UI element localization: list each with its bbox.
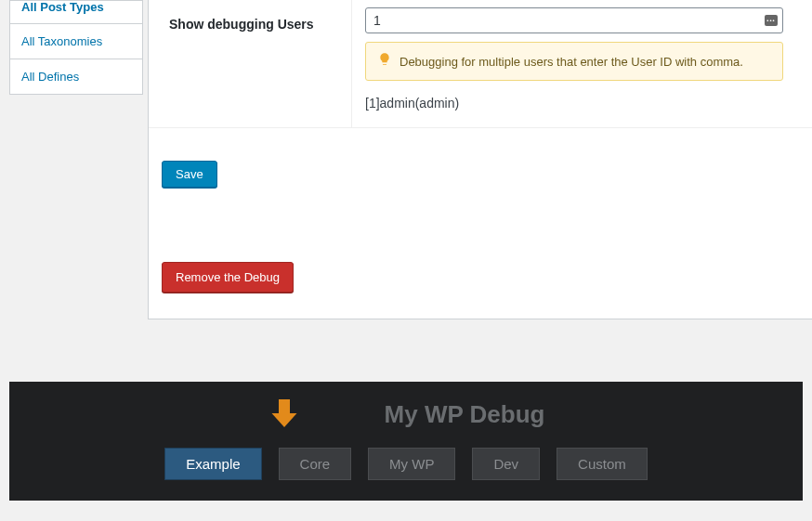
debug-tabs: Example Core My WP Dev Custom: [9, 440, 803, 480]
form-row-debug-users: Show debugging Users ••• Debugging for m…: [149, 0, 812, 128]
remove-row: Remove the Debug: [149, 188, 812, 293]
sidebar-item-defines[interactable]: All Defines: [9, 59, 143, 95]
form-row-value: ••• Debugging for multiple users that en…: [352, 0, 812, 127]
sidebar-item-label: All Post Types: [21, 0, 104, 14]
user-display-line: [1]admin(admin): [365, 96, 803, 111]
sidebar-nav: All Post Types All Taxonomies All Define…: [9, 0, 143, 95]
tab-example[interactable]: Example: [164, 448, 261, 480]
tab-dev[interactable]: Dev: [472, 448, 540, 480]
save-row: Save: [149, 128, 812, 188]
arrow-down-icon: [268, 395, 301, 435]
debug-notice: Debugging for multiple users that enter …: [365, 42, 783, 81]
tab-mywp[interactable]: My WP: [368, 448, 455, 480]
sidebar-item-taxonomies[interactable]: All Taxonomies: [9, 24, 143, 59]
sidebar-item-label: All Taxonomies: [21, 34, 102, 48]
form-row-label: Show debugging Users: [149, 0, 352, 127]
notice-text: Debugging for multiple users that enter …: [399, 55, 743, 69]
user-id-input[interactable]: [365, 7, 783, 33]
debug-bar-title: My WP Debug: [385, 400, 545, 429]
sidebar-item-post-types[interactable]: All Post Types: [9, 0, 143, 24]
lightbulb-icon: [377, 52, 392, 71]
user-input-wrap: •••: [365, 7, 783, 33]
debug-header: My WP Debug: [9, 382, 803, 440]
tab-core[interactable]: Core: [279, 448, 352, 480]
debug-bar: My WP Debug Example Core My WP Dev Custo…: [9, 382, 803, 501]
input-field-icon[interactable]: •••: [765, 15, 778, 26]
remove-debug-button[interactable]: Remove the Debug: [162, 262, 294, 293]
save-button[interactable]: Save: [162, 161, 217, 188]
tab-custom[interactable]: Custom: [557, 448, 648, 480]
sidebar-item-label: All Defines: [21, 70, 79, 84]
main-panel: Show debugging Users ••• Debugging for m…: [148, 0, 812, 319]
